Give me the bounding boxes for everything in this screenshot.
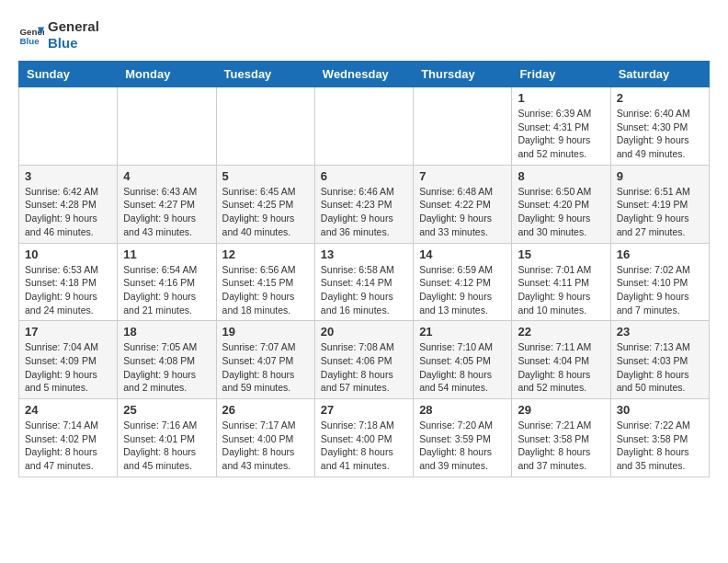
day-info: Sunrise: 7:18 AM Sunset: 4:00 PM Dayligh…: [321, 419, 407, 473]
day-info: Sunrise: 6:42 AM Sunset: 4:28 PM Dayligh…: [25, 185, 111, 239]
svg-text:Blue: Blue: [19, 36, 40, 46]
day-number: 14: [419, 247, 506, 261]
weekday-header-thursday: Thursday: [414, 62, 512, 87]
calendar-cell: 28Sunrise: 7:20 AM Sunset: 3:59 PM Dayli…: [414, 399, 512, 477]
day-info: Sunrise: 7:22 AM Sunset: 3:58 PM Dayligh…: [617, 419, 703, 473]
day-number: 24: [25, 403, 111, 417]
calendar-cell: 14Sunrise: 6:59 AM Sunset: 4:12 PM Dayli…: [414, 243, 512, 321]
day-number: 25: [123, 403, 210, 417]
calendar-cell: [314, 87, 413, 166]
day-info: Sunrise: 6:39 AM Sunset: 4:31 PM Dayligh…: [518, 107, 604, 161]
day-number: 30: [617, 403, 703, 417]
calendar-cell: 17Sunrise: 7:04 AM Sunset: 4:09 PM Dayli…: [19, 321, 118, 399]
calendar-cell: 7Sunrise: 6:48 AM Sunset: 4:22 PM Daylig…: [414, 165, 512, 243]
day-number: 7: [419, 169, 506, 183]
day-number: 18: [123, 325, 210, 339]
day-info: Sunrise: 6:48 AM Sunset: 4:22 PM Dayligh…: [419, 185, 506, 239]
day-info: Sunrise: 6:58 AM Sunset: 4:14 PM Dayligh…: [321, 263, 407, 317]
day-number: 27: [321, 403, 407, 417]
weekday-header-saturday: Saturday: [610, 62, 709, 87]
day-info: Sunrise: 6:53 AM Sunset: 4:18 PM Dayligh…: [25, 263, 111, 317]
day-info: Sunrise: 7:01 AM Sunset: 4:11 PM Dayligh…: [518, 263, 604, 317]
calendar-cell: 8Sunrise: 6:50 AM Sunset: 4:20 PM Daylig…: [512, 165, 610, 243]
day-number: 20: [321, 325, 407, 339]
day-number: 15: [518, 247, 604, 261]
calendar-cell: 4Sunrise: 6:43 AM Sunset: 4:27 PM Daylig…: [118, 165, 216, 243]
calendar-cell: 29Sunrise: 7:21 AM Sunset: 3:58 PM Dayli…: [512, 399, 610, 477]
day-info: Sunrise: 7:07 AM Sunset: 4:07 PM Dayligh…: [222, 340, 309, 395]
day-info: Sunrise: 7:16 AM Sunset: 4:01 PM Dayligh…: [123, 419, 210, 473]
weekday-header-row: SundayMondayTuesdayWednesdayThursdayFrid…: [19, 62, 710, 87]
day-info: Sunrise: 7:10 AM Sunset: 4:05 PM Dayligh…: [419, 340, 506, 395]
weekday-header-tuesday: Tuesday: [216, 62, 314, 87]
calendar-cell: 24Sunrise: 7:14 AM Sunset: 4:02 PM Dayli…: [19, 399, 118, 477]
calendar-cell: 21Sunrise: 7:10 AM Sunset: 4:05 PM Dayli…: [414, 321, 512, 399]
day-number: 16: [617, 247, 703, 261]
calendar-cell: 3Sunrise: 6:42 AM Sunset: 4:28 PM Daylig…: [19, 165, 118, 243]
week-row-2: 3Sunrise: 6:42 AM Sunset: 4:28 PM Daylig…: [19, 165, 710, 243]
day-info: Sunrise: 6:56 AM Sunset: 4:15 PM Dayligh…: [222, 263, 309, 317]
logo-text-general: General: [48, 18, 99, 35]
calendar-cell: 26Sunrise: 7:17 AM Sunset: 4:00 PM Dayli…: [216, 399, 314, 477]
week-row-1: 1Sunrise: 6:39 AM Sunset: 4:31 PM Daylig…: [19, 87, 710, 166]
calendar-cell: 19Sunrise: 7:07 AM Sunset: 4:07 PM Dayli…: [216, 321, 314, 399]
calendar-cell: 10Sunrise: 6:53 AM Sunset: 4:18 PM Dayli…: [19, 243, 118, 321]
calendar-cell: 16Sunrise: 7:02 AM Sunset: 4:10 PM Dayli…: [610, 243, 709, 321]
day-number: 4: [123, 169, 210, 183]
day-info: Sunrise: 7:20 AM Sunset: 3:59 PM Dayligh…: [419, 419, 506, 473]
day-info: Sunrise: 7:02 AM Sunset: 4:10 PM Dayligh…: [617, 263, 703, 317]
calendar-cell: 15Sunrise: 7:01 AM Sunset: 4:11 PM Dayli…: [512, 243, 610, 321]
calendar-cell: [118, 87, 216, 166]
day-info: Sunrise: 6:54 AM Sunset: 4:16 PM Dayligh…: [123, 263, 210, 317]
day-number: 3: [25, 169, 111, 183]
calendar-cell: 6Sunrise: 6:46 AM Sunset: 4:23 PM Daylig…: [314, 165, 413, 243]
day-info: Sunrise: 7:11 AM Sunset: 4:04 PM Dayligh…: [518, 340, 604, 395]
calendar-cell: [414, 87, 512, 166]
day-number: 10: [25, 247, 111, 261]
day-number: 26: [222, 403, 309, 417]
weekday-header-sunday: Sunday: [19, 62, 118, 87]
calendar-cell: 22Sunrise: 7:11 AM Sunset: 4:04 PM Dayli…: [512, 321, 610, 399]
day-number: 28: [419, 403, 506, 417]
calendar-cell: 11Sunrise: 6:54 AM Sunset: 4:16 PM Dayli…: [118, 243, 216, 321]
calendar-cell: 2Sunrise: 6:40 AM Sunset: 4:30 PM Daylig…: [610, 87, 709, 166]
day-number: 5: [222, 169, 309, 183]
day-number: 1: [518, 91, 604, 105]
day-number: 13: [321, 247, 407, 261]
day-info: Sunrise: 6:46 AM Sunset: 4:23 PM Dayligh…: [321, 185, 407, 239]
calendar-table: SundayMondayTuesdayWednesdayThursdayFrid…: [18, 61, 710, 477]
calendar-cell: 30Sunrise: 7:22 AM Sunset: 3:58 PM Dayli…: [610, 399, 709, 477]
logo: General Blue General Blue: [18, 18, 99, 52]
day-info: Sunrise: 6:45 AM Sunset: 4:25 PM Dayligh…: [222, 185, 309, 239]
day-number: 12: [222, 247, 309, 261]
day-number: 22: [518, 325, 604, 339]
day-number: 9: [617, 169, 703, 183]
calendar-cell: 27Sunrise: 7:18 AM Sunset: 4:00 PM Dayli…: [314, 399, 413, 477]
week-row-5: 24Sunrise: 7:14 AM Sunset: 4:02 PM Dayli…: [19, 399, 710, 477]
day-info: Sunrise: 6:51 AM Sunset: 4:19 PM Dayligh…: [617, 185, 703, 239]
week-row-4: 17Sunrise: 7:04 AM Sunset: 4:09 PM Dayli…: [19, 321, 710, 399]
calendar-cell: [216, 87, 314, 166]
day-info: Sunrise: 6:50 AM Sunset: 4:20 PM Dayligh…: [518, 185, 604, 239]
calendar-cell: 18Sunrise: 7:05 AM Sunset: 4:08 PM Dayli…: [118, 321, 216, 399]
day-number: 29: [518, 403, 604, 417]
logo-text-blue: Blue: [48, 35, 99, 52]
weekday-header-wednesday: Wednesday: [314, 62, 413, 87]
day-number: 11: [123, 247, 210, 261]
day-number: 23: [617, 325, 703, 339]
day-info: Sunrise: 7:13 AM Sunset: 4:03 PM Dayligh…: [617, 340, 703, 395]
week-row-3: 10Sunrise: 6:53 AM Sunset: 4:18 PM Dayli…: [19, 243, 710, 321]
calendar-cell: 20Sunrise: 7:08 AM Sunset: 4:06 PM Dayli…: [314, 321, 413, 399]
calendar-cell: 9Sunrise: 6:51 AM Sunset: 4:19 PM Daylig…: [610, 165, 709, 243]
day-info: Sunrise: 6:40 AM Sunset: 4:30 PM Dayligh…: [617, 107, 703, 161]
calendar-cell: 23Sunrise: 7:13 AM Sunset: 4:03 PM Dayli…: [610, 321, 709, 399]
day-info: Sunrise: 6:43 AM Sunset: 4:27 PM Dayligh…: [123, 185, 210, 239]
day-info: Sunrise: 7:04 AM Sunset: 4:09 PM Dayligh…: [25, 340, 111, 395]
day-info: Sunrise: 7:17 AM Sunset: 4:00 PM Dayligh…: [222, 419, 309, 473]
calendar-cell: 1Sunrise: 6:39 AM Sunset: 4:31 PM Daylig…: [512, 87, 610, 166]
day-info: Sunrise: 7:21 AM Sunset: 3:58 PM Dayligh…: [518, 419, 604, 473]
day-info: Sunrise: 7:08 AM Sunset: 4:06 PM Dayligh…: [321, 340, 407, 395]
day-info: Sunrise: 6:59 AM Sunset: 4:12 PM Dayligh…: [419, 263, 506, 317]
day-info: Sunrise: 7:14 AM Sunset: 4:02 PM Dayligh…: [25, 419, 111, 473]
calendar-cell: 12Sunrise: 6:56 AM Sunset: 4:15 PM Dayli…: [216, 243, 314, 321]
